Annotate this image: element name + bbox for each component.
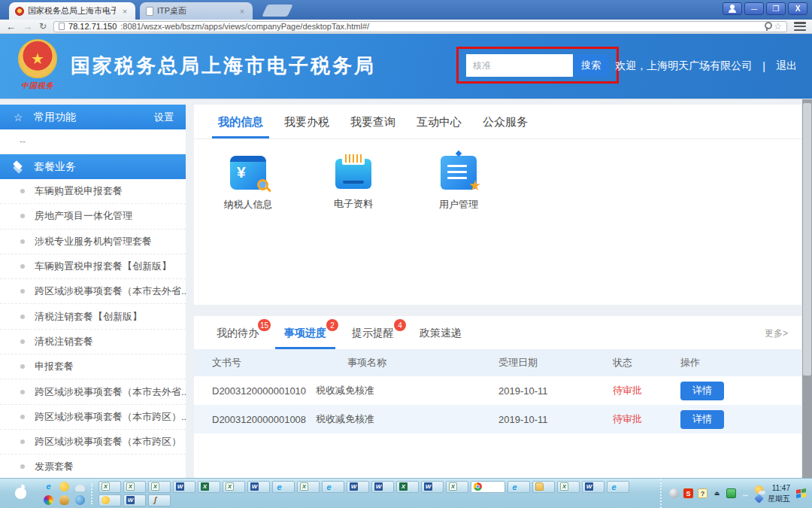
tab-my-info[interactable]: 我的信息	[215, 115, 266, 138]
search-highlight-box: 搜索	[456, 47, 619, 84]
im-icon[interactable]	[754, 494, 764, 503]
taskbar-button-ie[interactable]	[272, 481, 295, 493]
help-icon[interactable]	[698, 488, 707, 498]
tab-item-progress[interactable]: 事项进度 2	[283, 327, 328, 349]
cloud-icon[interactable]	[75, 485, 85, 491]
taskbar-button-folder[interactable]	[532, 481, 555, 493]
start-button[interactable]	[0, 488, 41, 499]
maximize-button[interactable]	[766, 2, 786, 15]
color-wheel-icon[interactable]	[44, 495, 53, 505]
reload-icon[interactable]	[39, 22, 47, 31]
shortcut-taxpayer-info[interactable]: 纳税人信息	[195, 156, 301, 211]
taskbar-button-chrome-active[interactable]	[471, 481, 505, 493]
taskbar-button-excel[interactable]	[297, 481, 320, 493]
taskbar-button-word[interactable]	[247, 481, 270, 493]
tax-emblem-logo	[18, 39, 57, 78]
tab-public-service[interactable]: 公众服务	[480, 115, 531, 138]
sidebar-section-packages[interactable]: 套餐业务	[0, 154, 186, 179]
globe-icon[interactable]	[75, 495, 85, 505]
quick-launch	[41, 480, 88, 507]
taskbar-button-word[interactable]	[123, 494, 146, 506]
taskbar-button-excel[interactable]	[123, 481, 146, 493]
taskbar-clock[interactable]: 11:47 星期五	[768, 483, 790, 503]
taskbar-button-excel[interactable]	[223, 481, 245, 493]
taskbar-button-messenger[interactable]	[98, 494, 121, 506]
browser-menu-icon[interactable]	[794, 22, 806, 31]
tab-interaction[interactable]: 互动中心	[414, 115, 465, 138]
profile-button[interactable]	[723, 2, 742, 15]
tab-query[interactable]: 我要查询	[347, 115, 398, 138]
taskbar-button-word[interactable]	[421, 481, 444, 493]
page-icon	[59, 23, 65, 30]
back-icon[interactable]	[6, 22, 16, 32]
taskbar-button-excel[interactable]	[148, 481, 171, 493]
taskbar-button-excel[interactable]	[396, 481, 419, 493]
weather-icon[interactable]	[755, 485, 763, 494]
scrollbar-thumb[interactable]	[803, 103, 811, 376]
sogou-icon[interactable]	[683, 488, 693, 498]
tab-reminders[interactable]: 提示提醒 4	[350, 327, 395, 349]
sidebar-item[interactable]: 发票套餐	[0, 455, 186, 478]
windows-logo-icon[interactable]	[796, 488, 806, 498]
shortcut-e-materials[interactable]: 电子资料	[301, 156, 406, 211]
taskbar-button-excel[interactable]	[198, 481, 220, 493]
tray-orb-icon[interactable]	[669, 488, 679, 498]
new-tab-button[interactable]	[262, 5, 292, 17]
forward-icon[interactable]	[23, 22, 32, 32]
sidebar-item[interactable]: 跨区域涉税事项套餐（本市去外省..	[0, 279, 186, 304]
search-input[interactable]	[466, 54, 573, 77]
sidebar-item[interactable]: 车辆购置税申报套餐【创新版】	[0, 254, 186, 279]
table-row: D2003120000001008 税收减免核准 2019-10-11 待审批 …	[194, 405, 801, 433]
taskbar-button-ie[interactable]	[607, 481, 629, 493]
network-arrows-icon[interactable]	[741, 488, 750, 498]
address-bar[interactable]: 78.12.71.150 :8081/wszx-web/bszm/apps/vi…	[53, 21, 787, 32]
tab-do-tax[interactable]: 我要办税	[281, 115, 332, 138]
sidebar-section-common[interactable]: 常用功能 设置	[0, 105, 186, 129]
browser-tab-itp[interactable]: ITP桌面	[140, 2, 253, 20]
qq-icon[interactable]	[59, 495, 69, 505]
shortcut-user-management[interactable]: 用户管理	[406, 156, 511, 211]
tab-close-icon[interactable]	[238, 7, 247, 16]
taskbar-button-word[interactable]	[173, 481, 195, 493]
close-button[interactable]	[788, 2, 807, 15]
more-link[interactable]: 更多>	[765, 327, 788, 340]
page-scrollbar[interactable]	[802, 99, 812, 478]
search-button[interactable]: 搜索	[573, 54, 609, 77]
eject-icon[interactable]	[712, 488, 722, 498]
taskbar-button-excel[interactable]	[557, 481, 580, 493]
plugin-key-icon[interactable]	[764, 22, 770, 31]
tab-policy-news[interactable]: 政策速递	[418, 327, 463, 349]
taskbar-button-excel[interactable]	[98, 481, 121, 493]
ie-icon[interactable]	[44, 482, 53, 491]
taskbar-button-word[interactable]	[582, 481, 604, 493]
bookmark-star-icon[interactable]	[774, 22, 782, 31]
sidebar-item[interactable]: 涉税专业服务机构管理套餐	[0, 230, 186, 254]
taxpayer-info-icon	[230, 156, 266, 190]
sidebar-item[interactable]: 跨区域涉税事项套餐（本市去外省..	[0, 379, 186, 404]
sidebar-item[interactable]: 车辆购置税申报套餐	[0, 179, 186, 204]
taskbar-button-ie[interactable]	[322, 481, 344, 493]
battery-icon[interactable]	[726, 488, 736, 498]
logout-link[interactable]: 退出	[776, 59, 797, 73]
taskbar-button-notes[interactable]	[148, 494, 171, 506]
messenger-icon[interactable]	[59, 482, 69, 491]
sidebar-item[interactable]: 清税注销套餐	[0, 330, 186, 354]
tab-my-todo[interactable]: 我的待办 15	[215, 327, 260, 349]
sidebar-item[interactable]: 申报套餐	[0, 354, 186, 379]
sidebar-item[interactable]: 房地产项目一体化管理	[0, 204, 186, 229]
detail-button[interactable]: 详情	[680, 382, 724, 400]
sidebar-item[interactable]: 跨区域涉税事项套餐（本市跨区）	[0, 430, 186, 455]
sidebar-item[interactable]: 清税注销套餐【创新版】	[0, 304, 186, 329]
settings-link[interactable]: 设置	[154, 111, 174, 124]
detail-button[interactable]: 详情	[680, 410, 724, 429]
status-badge: 待审批	[613, 412, 680, 426]
tab-close-icon[interactable]	[120, 7, 129, 16]
minimize-button[interactable]	[744, 2, 764, 15]
star-icon	[12, 111, 24, 123]
sidebar-item[interactable]: 跨区域涉税事项套餐（本市跨区）..	[0, 405, 186, 430]
taskbar-button-excel[interactable]	[446, 481, 468, 493]
taskbar-button-ie[interactable]	[508, 481, 530, 493]
browser-tab-active[interactable]: 国家税务总局上海市电子税	[9, 2, 135, 20]
taskbar-button-word[interactable]	[371, 481, 394, 493]
taskbar-button-word[interactable]	[347, 481, 369, 493]
